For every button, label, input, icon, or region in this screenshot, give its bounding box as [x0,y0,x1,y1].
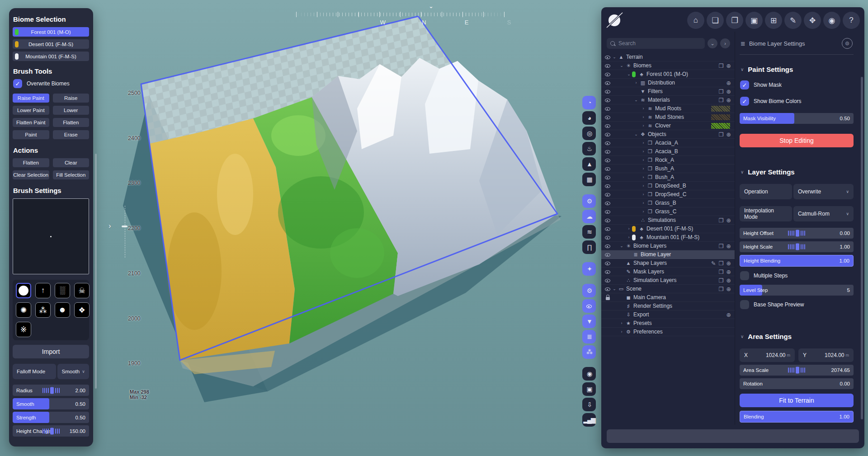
tree-row[interactable]: ›❒Bush_A [601,165,735,173]
screenshot-icon[interactable]: ◉ [823,12,840,29]
visibility-eye-icon[interactable] [605,114,611,120]
terrain-outline-tool-icon[interactable]: ◎ [582,127,596,140]
base-shape-preview-row[interactable]: Base Shape Preview [740,300,854,309]
search-box[interactable] [607,38,705,49]
visibility-eye-icon[interactable] [605,97,611,103]
add-icon[interactable]: ⊕ [726,97,731,103]
download-tool-icon[interactable]: ⇩ [582,398,596,411]
tree-row[interactable]: ⌄❖Objects❐⊕ [601,130,735,139]
settings-scrollbar[interactable] [861,77,863,419]
home-icon[interactable]: ⌂ [687,12,704,29]
tool-button[interactable]: Flatten Paint [13,118,49,127]
tree-row[interactable]: ›★Presets [601,319,735,328]
visibility-eye-icon[interactable] [605,54,611,60]
visibility-tool-icon[interactable] [582,299,596,313]
waves-tool-icon[interactable]: ≋ [582,225,596,239]
visibility-eye-icon[interactable] [605,252,611,258]
add-icon[interactable]: ⊕ [726,62,731,69]
slider-height-blending[interactable]: Height Blending1.00 [740,255,854,267]
chevron-down-icon[interactable]: ⌄ [618,63,625,68]
tool-button[interactable]: Flatten [53,118,90,127]
tool-button[interactable]: Raise [53,94,90,103]
edit-icon[interactable]: ✎ [711,260,716,267]
chevron-right-icon[interactable]: › [640,115,646,119]
tree-row[interactable]: ▼Filters❐⊕ [601,87,735,96]
grid-tool-icon[interactable]: ▦ [582,173,596,186]
operation-select[interactable]: Overwrite ∨ [793,184,854,199]
chevron-down-icon[interactable]: ⌄ [611,287,618,291]
folder-icon[interactable]: ❐ [718,131,723,138]
visibility-eye-icon[interactable] [605,183,611,189]
chevron-right-icon[interactable]: › [640,158,646,162]
circle-brush[interactable] [16,283,31,298]
tree-row[interactable]: ›❒Grass_B [601,199,735,207]
filter-tool-icon[interactable]: ▼ [582,315,596,328]
tree-row[interactable]: ›♣Desert 001 (F-M-S) [601,225,735,233]
visibility-eye-icon[interactable] [605,166,611,172]
tree-row[interactable]: ⌄♣Forest 001 (M-O) [601,70,735,79]
folder-icon[interactable]: ❐ [718,88,723,95]
fit-to-terrain-button[interactable]: Fit to Terrain [740,394,854,407]
save-edit-icon[interactable]: ✎ [784,12,802,29]
visibility-eye-icon[interactable] [605,286,611,292]
tree-row[interactable]: ✎Mask Layers❐⊕ [601,268,735,276]
skull-crossbones-brush[interactable]: ☠ [74,283,90,298]
new-file-icon[interactable]: ❏ [707,12,724,29]
chevron-right-icon[interactable]: › [633,80,639,85]
tree-row[interactable]: ›❒Acacia_B [601,147,735,156]
objects-tool-icon[interactable]: ⁂ [582,345,596,359]
fullscreen-icon[interactable]: ✥ [804,12,821,29]
chevron-down-icon[interactable]: ⌄ [633,98,639,102]
tree-row[interactable]: ›⚙Preferences [601,328,735,336]
save-as-icon[interactable]: ⊞ [765,12,782,29]
arrow-up-brush[interactable]: ↑ [35,283,51,298]
tree-row[interactable]: ♯Render Settings [601,302,735,310]
tool-button[interactable]: Paint [13,130,49,139]
visibility-eye-icon[interactable] [605,209,611,215]
tree-row[interactable]: ›❒Grass_C [601,207,735,216]
folder-icon[interactable]: ❐ [718,268,723,275]
terrain-smooth-tool-icon[interactable]: ◕ [582,111,596,125]
chevron-right-icon[interactable]: › [640,123,646,128]
chevron-down-icon[interactable]: ∨ [741,334,744,339]
visibility-eye-icon[interactable] [605,277,611,283]
action-button[interactable]: Clear [53,158,90,167]
blending-slider[interactable]: Blending 1.00 [740,411,854,423]
chevron-right-icon[interactable]: › [618,321,625,325]
visibility-eye-icon[interactable] [605,260,611,266]
chevron-down-icon[interactable]: ⌄ [611,55,618,59]
add-icon[interactable]: ⊕ [726,277,731,284]
chevron-right-icon[interactable]: › [640,192,646,197]
visibility-eye-icon[interactable] [605,80,611,86]
area-scale-slider[interactable]: Area Scale 2074.65 [740,365,854,376]
collapse-all-button[interactable]: ⌄ [708,38,717,48]
gear-tool-icon[interactable]: ⚙ [582,194,596,208]
image-tool-icon[interactable]: ▣ [582,382,596,396]
folder-icon[interactable]: ❐ [718,243,723,249]
splatter-brush[interactable]: ⁂ [35,302,51,318]
import-button[interactable]: Import [13,345,89,358]
panel-options-icon[interactable]: ⊚ [842,38,853,49]
scratches-brush[interactable]: ※ [16,322,31,337]
tool-button[interactable]: Lower [53,106,90,115]
multiple-steps-row[interactable]: Multiple Steps [740,271,854,280]
open-project-icon[interactable]: ❐ [726,12,743,29]
magic-wand-tool-icon[interactable]: ✦ [582,262,596,276]
tool-button[interactable]: Erase [53,130,90,139]
chevron-right-icon[interactable]: › [626,235,632,240]
tree-row[interactable]: ⌄✳Biome Layers❐⊕ [601,242,735,250]
visibility-eye-icon[interactable] [605,226,611,232]
biome-item-button[interactable]: Desert 001 (F-M-S) [13,39,89,49]
paint-checkbox-row[interactable]: ✓Show Biome Colors [740,97,854,106]
add-icon[interactable]: ⊕ [726,131,731,138]
chevron-right-icon[interactable]: › [640,166,646,171]
visibility-eye-icon[interactable] [605,63,611,69]
tree-row[interactable]: ›▥Distribution⊕ [601,79,735,87]
chevron-right-icon[interactable]: › [640,209,646,214]
noise-brush[interactable]: ░ [55,283,70,298]
mountain-tool-icon[interactable]: ▲ [582,157,596,171]
folder-icon[interactable]: ❐ [718,277,723,284]
level-step-slider[interactable]: Level Step 5 [740,285,854,296]
bridge-tool-icon[interactable]: ∏ [582,240,596,254]
tree-row[interactable]: ›❒Rock_A [601,156,735,165]
